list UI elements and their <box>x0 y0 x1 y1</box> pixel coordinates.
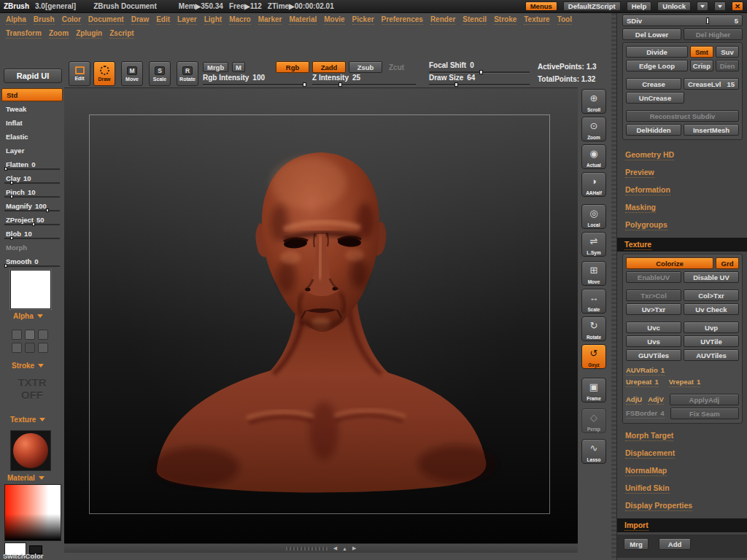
document-canvas[interactable] <box>64 88 578 543</box>
menu-picker[interactable]: Picker <box>352 15 374 25</box>
draw-size-slider[interactable]: Draw Size64 <box>429 74 530 85</box>
adjv-slider[interactable]: AdjV <box>648 395 664 405</box>
canvas-horizontal-scrollbar[interactable]: ◀ ▲ ▶ <box>64 543 578 553</box>
nav-move-button[interactable]: ⊞Move <box>581 261 606 286</box>
mrg-button[interactable]: Mrg <box>624 538 649 550</box>
subpalette-preview[interactable]: Preview <box>625 168 654 178</box>
slider-handle[interactable] <box>32 222 35 226</box>
subpalette-morph-target[interactable]: Morph Target <box>625 431 673 441</box>
brush-item-std[interactable]: Std <box>1 88 63 101</box>
menu-material[interactable]: Material <box>289 15 317 25</box>
del-lower-button[interactable]: Del Lower <box>622 28 681 40</box>
clay-slider[interactable]: Clay10 <box>1 171 63 184</box>
slider-track[interactable] <box>429 84 530 85</box>
scroll-right-icon[interactable]: ▶ <box>352 545 356 551</box>
adju-slider[interactable]: AdjU <box>626 395 642 405</box>
urepeat-slider[interactable]: Urepeat1 <box>626 378 659 387</box>
divide-button[interactable]: Divide <box>626 46 688 58</box>
scale-button[interactable]: S Scale <box>149 61 171 86</box>
menus-button[interactable]: Menus <box>525 1 557 11</box>
rotate-button[interactable]: R Rotate <box>177 61 198 86</box>
menu-movie[interactable]: Movie <box>324 15 344 25</box>
brush-item-elastic[interactable]: Elastic <box>1 130 63 143</box>
slider-handle[interactable] <box>303 82 306 87</box>
menu-light[interactable]: Light <box>204 15 222 25</box>
nav-lasso-button[interactable]: ∿Lasso <box>581 439 606 464</box>
slider-handle[interactable] <box>4 167 7 171</box>
nav-actual-button[interactable]: ◉Actual <box>581 144 606 169</box>
panel-scrollbar[interactable] <box>611 13 616 560</box>
uvc-button[interactable]: Uvc <box>626 322 681 333</box>
nav-persp-button[interactable]: ◇Persp <box>581 408 606 433</box>
slider-handle[interactable] <box>10 181 13 184</box>
texture-dropdown[interactable]: Texture <box>10 416 45 424</box>
menu-document[interactable]: Document <box>88 15 124 25</box>
slider-track[interactable] <box>312 84 416 85</box>
magnify-slider[interactable]: Magnify100 <box>1 199 63 212</box>
slider-handle[interactable] <box>454 82 458 87</box>
edit-button[interactable]: Edit <box>69 61 90 86</box>
nav-gxyz-button[interactable]: ↺Gxyz <box>581 344 606 369</box>
zcut-toggle[interactable]: Zcut <box>389 63 404 71</box>
menu-stroke[interactable]: Stroke <box>494 15 516 25</box>
col-to-txr-button[interactable]: Col>Txr <box>684 289 739 301</box>
zsub-toggle[interactable]: Zsub <box>349 61 382 73</box>
menu-zplugin[interactable]: Zplugin <box>76 29 102 39</box>
default-zscript-button[interactable]: DefaultZScript <box>563 1 621 11</box>
menu-zscript[interactable]: Zscript <box>109 29 133 39</box>
unlock-button[interactable]: Unlock <box>657 1 691 11</box>
auvtiles-button[interactable]: AUVTiles <box>684 349 739 361</box>
slider-track[interactable] <box>4 265 60 267</box>
material-dropdown[interactable]: Material <box>7 474 44 482</box>
scroll-left-icon[interactable]: ◀ <box>333 545 337 551</box>
uvp-button[interactable]: Uvp <box>684 322 739 333</box>
blob-slider[interactable]: Blob10 <box>1 227 63 240</box>
menu-preferences[interactable]: Preferences <box>382 15 423 25</box>
m-toggle[interactable]: M <box>232 62 245 72</box>
disable-uv-button[interactable]: Disable UV <box>684 271 739 283</box>
scroll-up-icon[interactable]: ▲ <box>342 546 347 551</box>
subpalette-polygroups[interactable]: Polygroups <box>625 220 667 230</box>
subpalette-geometry-hd[interactable]: Geometry HD <box>625 150 674 160</box>
slider-track[interactable] <box>4 224 60 225</box>
menu-edit[interactable]: Edit <box>156 15 170 25</box>
subpalette-display-properties[interactable]: Display Properties <box>625 501 692 511</box>
brush-item-morph[interactable]: Morph <box>1 241 63 254</box>
menu-layer[interactable]: Layer <box>177 15 197 25</box>
menu-transform[interactable]: Transform <box>6 29 42 39</box>
stroke-thumbnail[interactable] <box>12 330 53 353</box>
insert-mesh-button[interactable]: InsertMesh <box>684 124 739 136</box>
texture-subpalette-header[interactable]: Texture <box>617 238 747 252</box>
help-button[interactable]: Help <box>627 1 652 11</box>
guvtiles-button[interactable]: GUVTiles <box>626 349 681 361</box>
rgb-intensity-slider[interactable]: Rgb Intensity100 <box>203 74 306 85</box>
reconstruct-subdiv-button[interactable]: Reconstruct Subdiv <box>626 110 739 122</box>
uvs-button[interactable]: Uvs <box>626 335 681 347</box>
nav-frame-button[interactable]: ▣Frame <box>581 378 606 402</box>
colorize-toggle[interactable]: Colorize <box>626 257 713 269</box>
uv-to-txr-button[interactable]: Uv>Txr <box>626 303 681 315</box>
nav-rotate-button[interactable]: ↻Rotate <box>581 316 606 341</box>
menu-tool[interactable]: Tool <box>557 15 572 25</box>
slider-handle[interactable] <box>46 209 49 212</box>
nav-zoom-button[interactable]: ⊙Zoom <box>581 117 606 141</box>
del-hidden-button[interactable]: DelHidden <box>626 124 681 136</box>
flatten-slider[interactable]: Flatten0 <box>1 158 63 171</box>
slider-handle[interactable] <box>338 82 342 87</box>
window-menu-button[interactable] <box>697 1 708 11</box>
z-intensity-slider[interactable]: Z Intensity25 <box>312 74 416 85</box>
subpalette-unified-skin[interactable]: Unified Skin <box>625 483 670 494</box>
menu-stencil[interactable]: Stencil <box>462 15 487 25</box>
slider-track[interactable] <box>429 71 530 73</box>
add-button[interactable]: Add <box>659 538 691 550</box>
slider-track[interactable] <box>4 238 60 239</box>
close-button[interactable]: ✕ <box>732 1 743 11</box>
nav-aahalf-button[interactable]: ◑AAHalf <box>581 172 606 197</box>
slider-track[interactable] <box>203 84 306 85</box>
zadd-toggle[interactable]: Zadd <box>312 61 346 73</box>
slider-handle[interactable] <box>706 18 709 24</box>
slider-track[interactable] <box>4 210 60 211</box>
grd-toggle[interactable]: Grd <box>716 257 739 269</box>
window-minimize-button[interactable] <box>714 1 726 11</box>
menu-zoom[interactable]: Zoom <box>49 29 69 39</box>
